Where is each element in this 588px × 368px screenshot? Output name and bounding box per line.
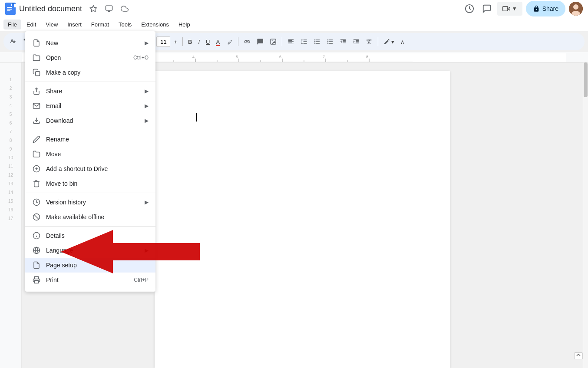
- open-label: Open: [46, 54, 128, 61]
- version-history-submenu-arrow: ▶: [145, 199, 149, 205]
- offline-label: Make available offline: [46, 214, 149, 220]
- bin-icon: [32, 179, 41, 188]
- bold-button[interactable]: B: [185, 37, 195, 47]
- svg-point-12: [573, 4, 578, 10]
- right-toolbar: ▼ Share: [462, 1, 583, 16]
- menu-item-download[interactable]: Download ▶: [25, 113, 155, 128]
- meet-button[interactable]: ▼: [497, 2, 522, 16]
- version-history-icon: [32, 198, 41, 207]
- star-button[interactable]: [87, 3, 99, 15]
- text-cursor: [196, 113, 197, 122]
- move-label: Move: [46, 151, 149, 158]
- print-label: Print: [46, 276, 129, 283]
- new-label: New: [46, 39, 139, 46]
- vertical-scrollbar[interactable]: [583, 62, 588, 368]
- menu-bar: File Edit View Insert Format Tools Exten…: [0, 17, 588, 31]
- italic-button[interactable]: I: [195, 37, 202, 47]
- title-bar: Untitled document ▼ Share: [0, 0, 588, 17]
- menu-item-move[interactable]: Move: [25, 147, 155, 161]
- details-icon: [32, 231, 41, 240]
- menu-item-details[interactable]: Details: [25, 228, 155, 243]
- print-icon: [32, 276, 41, 284]
- checklist-button[interactable]: [311, 36, 323, 47]
- svg-point-15: [272, 40, 273, 41]
- editing-mode-button[interactable]: ▾: [381, 36, 397, 47]
- details-label: Details: [46, 232, 149, 239]
- svg-rect-7: [106, 6, 112, 10]
- menu-item-shortcut[interactable]: Add a shortcut to Drive: [25, 161, 155, 176]
- menu-item-new[interactable]: New ▶: [25, 36, 155, 50]
- comment-button[interactable]: [254, 36, 266, 47]
- title-icons: [87, 3, 131, 15]
- cloud-button[interactable]: [119, 3, 131, 15]
- svg-text:7: 7: [323, 55, 325, 59]
- text-color-button[interactable]: A: [213, 37, 222, 47]
- menu-item-make-copy[interactable]: Make a copy: [25, 65, 155, 80]
- menu-insert[interactable]: Insert: [63, 20, 86, 30]
- share-button[interactable]: Share: [526, 1, 565, 16]
- history-button[interactable]: [462, 2, 476, 16]
- menu-format[interactable]: Format: [87, 20, 113, 30]
- font-size-increase[interactable]: +: [171, 37, 180, 47]
- menu-extensions[interactable]: Extensions: [137, 20, 173, 30]
- menu-item-language[interactable]: Language ▶: [25, 243, 155, 258]
- image-button[interactable]: [267, 36, 279, 47]
- svg-rect-56: [35, 281, 39, 283]
- increase-indent-button[interactable]: [350, 36, 362, 47]
- version-history-label: Version history: [46, 199, 139, 206]
- chat-button[interactable]: [480, 2, 494, 16]
- download-icon: [32, 116, 41, 125]
- menu-section-5: Details Language ▶ Page setup Print Ctrl…: [25, 227, 155, 289]
- email-icon: [32, 102, 41, 110]
- page-setup-label: Page setup: [46, 262, 149, 269]
- language-label: Language: [46, 247, 139, 254]
- doc-page[interactable]: [155, 71, 450, 368]
- menu-help[interactable]: Help: [174, 20, 195, 30]
- bin-label: Move to bin: [46, 180, 149, 187]
- underline-button[interactable]: U: [203, 37, 212, 47]
- download-label: Download: [46, 117, 139, 124]
- open-icon: [32, 53, 41, 62]
- svg-marker-6: [90, 6, 97, 12]
- svg-line-50: [34, 215, 39, 220]
- menu-item-version-history[interactable]: Version history ▶: [25, 195, 155, 210]
- share-menu-label: Share: [46, 88, 139, 95]
- offline-icon: [32, 213, 41, 221]
- spellcheck-button[interactable]: [7, 36, 19, 47]
- download-submenu-arrow: ▶: [145, 118, 149, 124]
- menu-item-rename[interactable]: Rename: [25, 132, 155, 147]
- line-spacing-button[interactable]: [298, 36, 310, 47]
- link-button[interactable]: [241, 36, 253, 47]
- svg-rect-42: [36, 72, 40, 76]
- email-submenu-arrow: ▶: [145, 103, 149, 109]
- clear-format-button[interactable]: [363, 36, 375, 47]
- numbered-list-button[interactable]: [324, 36, 336, 47]
- share-icon: [32, 87, 41, 95]
- decrease-indent-button[interactable]: [337, 36, 349, 47]
- svg-text:4: 4: [192, 55, 195, 59]
- menu-view[interactable]: View: [41, 20, 62, 30]
- menu-item-share[interactable]: Share ▶: [25, 84, 155, 99]
- user-avatar[interactable]: [569, 2, 583, 16]
- menu-file[interactable]: File: [3, 20, 21, 30]
- svg-text:8: 8: [366, 55, 368, 59]
- menu-item-email[interactable]: Email ▶: [25, 99, 155, 113]
- highlight-button[interactable]: [223, 36, 235, 47]
- menu-item-print[interactable]: Print Ctrl+P: [25, 273, 155, 287]
- corner-expand-button[interactable]: [574, 352, 583, 359]
- menu-item-open[interactable]: Open Ctrl+O: [25, 50, 155, 65]
- font-size-input[interactable]: 11: [156, 36, 170, 47]
- svg-text:5: 5: [236, 55, 238, 59]
- drive-button[interactable]: [103, 3, 115, 15]
- share-label: Share: [542, 5, 558, 12]
- collapse-toolbar-button[interactable]: ∧: [398, 37, 407, 47]
- menu-tools[interactable]: Tools: [114, 20, 136, 30]
- menu-item-bin[interactable]: Move to bin: [25, 176, 155, 191]
- menu-item-offline[interactable]: Make available offline: [25, 210, 155, 224]
- left-margin-ruler: 1 2 3 4 5 6 7 8 9 10 11 12 13 14 15 16 1…: [0, 62, 22, 368]
- make-copy-icon: [32, 68, 41, 77]
- menu-item-page-setup[interactable]: Page setup: [25, 258, 155, 273]
- align-button[interactable]: [285, 36, 297, 47]
- menu-edit[interactable]: Edit: [22, 20, 40, 30]
- separator-5: [238, 37, 238, 46]
